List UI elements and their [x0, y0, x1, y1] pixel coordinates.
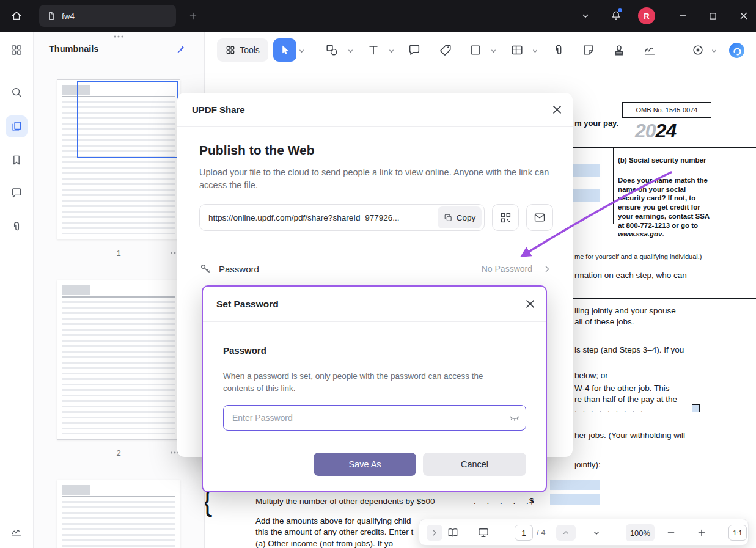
form-field-highlight — [573, 189, 600, 202]
rail-signature-button[interactable] — [6, 521, 28, 543]
password-field-label: Password — [223, 345, 266, 356]
rail-thumbnails-button[interactable] — [6, 115, 28, 137]
attach-file-tool-button[interactable] — [547, 38, 570, 62]
panel-menu-button[interactable] — [111, 32, 126, 42]
page-number-label: 2 — [116, 448, 120, 458]
publish-heading: Publish to the Web — [199, 143, 315, 158]
notifications-button[interactable] — [609, 9, 623, 23]
presentation-button[interactable] — [475, 525, 491, 541]
reading-mode-button[interactable] — [445, 525, 461, 541]
plus-icon — [697, 528, 706, 538]
maximize-button[interactable] — [705, 10, 720, 22]
sticker-icon — [582, 43, 595, 57]
share-link-row: https://online.updf.com/pdf/share?shareI… — [199, 204, 553, 231]
table-icon — [510, 43, 524, 57]
page-down-button[interactable] — [587, 525, 606, 541]
document-text: all of these jobs. — [574, 317, 634, 326]
document-tab[interactable]: fw4 — [39, 5, 176, 27]
rectangle-tool-chevron-icon[interactable] — [490, 47, 497, 54]
thumbnail-page-2[interactable] — [57, 280, 180, 440]
new-tab-button[interactable] — [187, 10, 199, 22]
share-close-button[interactable] — [548, 101, 565, 119]
ssa-link: www.ssa.gov — [618, 230, 662, 238]
qr-code-button[interactable] — [492, 204, 519, 231]
rail-apps-button[interactable] — [6, 39, 28, 61]
expand-button[interactable] — [427, 525, 442, 541]
mail-icon — [534, 211, 546, 224]
minimize-button[interactable] — [675, 10, 690, 22]
omb-number-box: OMB No. 1545-0074 — [622, 102, 711, 118]
rail-search-button[interactable] — [6, 81, 28, 103]
text-tool-button[interactable] — [362, 38, 385, 62]
document-text: Multiply the number of other dependents … — [255, 497, 435, 506]
zoom-in-button[interactable] — [693, 525, 710, 541]
loupe-tool-button[interactable] — [686, 38, 710, 62]
cancel-button[interactable]: Cancel — [423, 453, 526, 476]
email-button[interactable] — [526, 204, 553, 231]
paperclip-icon — [10, 221, 23, 233]
comment-icon — [10, 187, 23, 199]
thumbnail-preview — [62, 485, 175, 497]
thumbnail-page-1[interactable] — [57, 79, 180, 239]
text-tool-chevron-icon[interactable] — [387, 47, 395, 54]
password-label: Password — [219, 264, 259, 274]
rail-attachments-button[interactable] — [6, 216, 28, 238]
loupe-tool-chevron-icon[interactable] — [710, 47, 717, 54]
copy-label: Copy — [457, 213, 476, 222]
thumbnail-page-3[interactable] — [57, 480, 180, 548]
table-tool-chevron-icon[interactable] — [531, 47, 538, 54]
tools-button[interactable]: Tools — [217, 38, 268, 62]
thumbnail-preview — [62, 501, 175, 548]
home-button[interactable] — [9, 8, 24, 24]
chevron-up-icon — [561, 528, 571, 538]
share-dialog-header: UPDF Share — [177, 93, 573, 127]
thumbnail-label-row: 2 — [57, 445, 180, 460]
toggle-password-visibility-button[interactable] — [507, 411, 522, 425]
document-text: or — [601, 371, 608, 380]
chevron-right-icon — [430, 528, 439, 538]
comment-tool-button[interactable] — [403, 38, 426, 62]
shapes-tool-chevron-icon[interactable] — [347, 47, 354, 54]
page-number-input[interactable] — [515, 525, 533, 541]
signature-icon — [643, 43, 656, 57]
password-input[interactable] — [223, 405, 526, 431]
stamp-icon — [612, 43, 626, 57]
form-rule — [573, 147, 756, 148]
set-password-close-button[interactable] — [521, 296, 538, 313]
ai-assistant-button[interactable] — [724, 38, 749, 62]
share-url-field[interactable]: https://online.updf.com/pdf/share?shareI… — [199, 204, 485, 231]
view-control-bar: / 4 100% 1:1 — [419, 519, 749, 546]
collapse-toolbar-button[interactable] — [578, 10, 593, 22]
paperclip-icon — [552, 43, 565, 57]
rail-bookmarks-button[interactable] — [6, 149, 28, 171]
close-window-button[interactable] — [736, 10, 751, 22]
document-text: below; — [574, 371, 601, 380]
signature-tool-button[interactable] — [638, 38, 661, 62]
publish-description: Upload your file to the cloud to send pe… — [199, 166, 551, 192]
shapes-tool-button[interactable] — [320, 38, 343, 62]
form-field-highlight — [550, 480, 600, 490]
document-text: this the amount of any other credits. En… — [255, 527, 413, 536]
chevron-right-icon — [542, 264, 552, 274]
document-text: $ — [529, 496, 534, 505]
bar-separator — [505, 527, 505, 539]
thumbnails-icon — [10, 120, 23, 133]
minimize-icon — [678, 12, 687, 20]
page-up-button[interactable] — [556, 525, 576, 541]
rectangle-tool-button[interactable] — [464, 38, 487, 62]
rail-comments-button[interactable] — [6, 182, 28, 204]
tag-tool-button[interactable] — [434, 38, 457, 62]
stamp-tool-button[interactable] — [607, 38, 631, 62]
user-avatar[interactable]: R — [638, 7, 655, 24]
pin-panel-button[interactable] — [173, 42, 188, 57]
copy-link-button[interactable]: Copy — [438, 206, 482, 228]
zoom-level-badge[interactable]: 100% — [626, 524, 655, 541]
select-tool-button[interactable] — [273, 38, 296, 62]
actual-size-button[interactable]: 1:1 — [728, 525, 747, 541]
table-tool-button[interactable] — [505, 38, 529, 62]
save-as-button[interactable]: Save As — [314, 453, 416, 476]
password-setting-row[interactable]: Password No Password — [199, 255, 552, 283]
zoom-out-button[interactable] — [662, 525, 680, 541]
sticker-tool-button[interactable] — [577, 38, 600, 62]
select-tool-chevron-icon[interactable] — [298, 47, 305, 54]
